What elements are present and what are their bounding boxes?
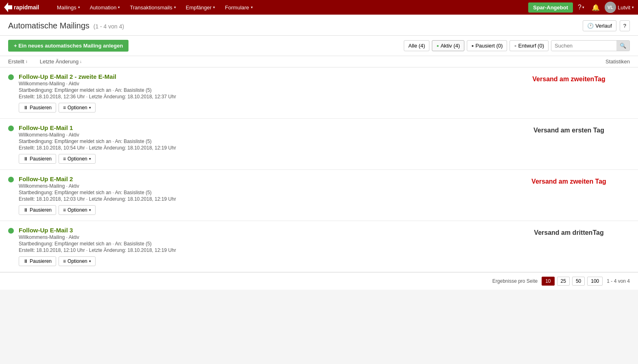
- mailing-campaign: Willkommens-Mailing · Aktiv: [19, 234, 503, 240]
- filter-and-search: Alle (4) ● Aktiv (4) ● Pausiert (0) ● En…: [404, 40, 630, 51]
- nav-item-transaktionsmails[interactable]: Transaktionsmails ▾: [125, 0, 181, 15]
- send-label: Versand am ersten Tag: [533, 127, 604, 134]
- sort-last-changed[interactable]: Letzte Änderung ↓: [40, 58, 82, 65]
- filter-entwurf[interactable]: ● Entwurf (0): [510, 40, 549, 51]
- chevron-down-icon: ▾: [89, 157, 91, 161]
- chevron-down-icon: ▾: [78, 5, 80, 9]
- status-dot: [8, 74, 14, 80]
- dot-gray-icon: ●: [514, 43, 516, 48]
- mailing-campaign: Willkommens-Mailing · Aktiv: [19, 81, 503, 87]
- page-title-wrap: Automatische Mailings (1 - 4 von 4): [8, 21, 124, 30]
- mailing-actions: ⏸ Pausieren ≡ Optionen ▾: [19, 205, 503, 215]
- nav-item-mailings[interactable]: Mailings ▾: [52, 0, 85, 15]
- mailing-title[interactable]: Follow-Up E-Mail 1: [19, 124, 73, 131]
- mailing-content: Follow-Up E-Mail 1 Willkommens-Mailing ·…: [19, 124, 503, 164]
- nav-item-formulare[interactable]: Formulare ▾: [220, 0, 257, 15]
- nav-item-empfaenger[interactable]: Empfänger ▾: [181, 0, 220, 15]
- mailing-dates: Erstellt: 18.10.2018, 12:36 Uhr · Letzte…: [19, 94, 503, 100]
- avatar: VL: [605, 2, 616, 13]
- mailing-title[interactable]: Follow-Up E-Mail 2: [19, 176, 73, 182]
- mailing-campaign: Willkommens-Mailing · Aktiv: [19, 183, 503, 189]
- mailing-start-condition: Startbedingung: Empfänger meldet sich an…: [19, 139, 503, 144]
- spar-angebot-button[interactable]: Spar-Angebot: [528, 2, 573, 13]
- page-help-button[interactable]: ?: [620, 20, 630, 31]
- sort-down-icon: ↓: [80, 59, 82, 64]
- search-button[interactable]: 🔍: [616, 41, 629, 51]
- chevron-down-icon: ▾: [632, 5, 634, 9]
- mailing-right: Versand am zweiten Tag: [508, 176, 630, 185]
- mailing-dates: Erstellt: 18.10.2018, 10:54 Uhr · Letzte…: [19, 145, 503, 151]
- mailing-campaign: Willkommens-Mailing · Aktiv: [19, 132, 503, 138]
- page-title: Automatische Mailings: [8, 21, 89, 30]
- mailing-right: Versand am zweitenTag: [508, 73, 630, 83]
- options-button[interactable]: ≡ Optionen ▾: [59, 256, 96, 266]
- chevron-down-icon: ▾: [89, 106, 91, 110]
- toolbar: + Ein neues automatisches Mailing anlege…: [0, 36, 638, 56]
- options-icon: ≡: [63, 258, 66, 264]
- page-size-25[interactable]: 25: [557, 277, 570, 286]
- chevron-down-icon: ▾: [213, 5, 215, 9]
- verlauf-button[interactable]: 🕐 Verlauf: [583, 20, 616, 31]
- mailing-actions: ⏸ Pausieren ≡ Optionen ▾: [19, 103, 503, 113]
- page-count: (1 - 4 von 4): [94, 23, 124, 30]
- mailing-dates: Erstellt: 18.10.2018, 12:10 Uhr · Letzte…: [19, 247, 503, 253]
- page-size-100[interactable]: 100: [587, 277, 603, 286]
- status-dot: [8, 126, 14, 131]
- mailing-start-condition: Startbedingung: Empfänger meldet sich an…: [19, 190, 503, 195]
- search-icon: 🔍: [620, 43, 626, 49]
- filter-all[interactable]: Alle (4): [404, 40, 429, 51]
- mailing-content: Follow-Up E-Mail 3 Willkommens-Mailing ·…: [19, 227, 503, 266]
- user-menu[interactable]: VL Lutvit ▾: [605, 2, 634, 13]
- nav-right: Spar-Angebot ? ▾ 🔔 VL Lutvit ▾: [528, 2, 634, 13]
- options-button[interactable]: ≡ Optionen ▾: [59, 205, 96, 215]
- footer-count: 1 - 4 von 4: [607, 278, 630, 284]
- mailing-title[interactable]: Follow-Up E-Mail 3: [19, 227, 73, 234]
- sort-statistics: Statistiken: [605, 58, 630, 65]
- options-button[interactable]: ≡ Optionen ▾: [59, 154, 96, 164]
- page-size-50[interactable]: 50: [572, 277, 585, 286]
- options-button[interactable]: ≡ Optionen ▾: [59, 103, 96, 113]
- mailing-item: Follow-Up E-Mail 3 Willkommens-Mailing ·…: [0, 221, 638, 272]
- logo[interactable]: rapidmail: [4, 2, 49, 12]
- results-per-page-label: Ergebnisse pro Seite: [492, 278, 538, 284]
- page-header-actions: 🕐 Verlauf ?: [583, 20, 630, 31]
- search-wrap: 🔍: [551, 40, 630, 51]
- chevron-down-icon: ▾: [118, 5, 120, 9]
- svg-marker-0: [4, 2, 12, 12]
- svg-text:rapidmail: rapidmail: [14, 4, 39, 11]
- pause-icon: ⏸: [23, 207, 28, 213]
- filter-aktiv[interactable]: ● Aktiv (4): [432, 40, 464, 51]
- sort-created[interactable]: Erstellt ↕: [8, 58, 28, 65]
- chevron-down-icon: ▾: [582, 5, 584, 9]
- mailing-right: Versand am drittenTag: [508, 227, 630, 236]
- mailing-dates: Erstellt: 18.10.2018, 12:03 Uhr · Letzte…: [19, 196, 503, 202]
- page-size-10[interactable]: 10: [542, 277, 554, 286]
- top-nav: rapidmail Mailings ▾ Automation ▾ Transa…: [0, 0, 638, 15]
- search-input[interactable]: [551, 41, 616, 51]
- notification-icon-button[interactable]: 🔔: [589, 2, 602, 13]
- help-icon-button[interactable]: ? ▾: [575, 2, 587, 13]
- bell-icon: 🔔: [592, 4, 600, 11]
- sort-up-icon: ↕: [26, 59, 28, 64]
- mailing-item: Follow-Up E-Mail 1 Willkommens-Mailing ·…: [0, 119, 638, 170]
- options-icon: ≡: [63, 156, 66, 162]
- nav-item-automation[interactable]: Automation ▾: [85, 0, 125, 15]
- mailing-right: Versand am ersten Tag: [508, 124, 630, 134]
- pause-button[interactable]: ⏸ Pausieren: [19, 103, 56, 113]
- mailing-list: Follow-Up E-Mail 2 - zweite E-Mail Willk…: [0, 67, 638, 272]
- chevron-down-icon: ▾: [174, 5, 176, 9]
- mailing-start-condition: Startbedingung: Empfänger meldet sich an…: [19, 87, 503, 93]
- filter-pausiert[interactable]: ● Pausiert (0): [467, 40, 507, 51]
- pause-button[interactable]: ⏸ Pausieren: [19, 154, 56, 164]
- pause-button[interactable]: ⏸ Pausieren: [19, 256, 56, 266]
- options-icon: ≡: [63, 207, 66, 213]
- clock-icon: 🕐: [587, 23, 594, 29]
- pause-button[interactable]: ⏸ Pausieren: [19, 205, 56, 215]
- create-mailing-button[interactable]: + Ein neues automatisches Mailing anlege…: [8, 40, 128, 52]
- send-label: Versand am drittenTag: [534, 229, 603, 236]
- dot-black-icon: ●: [471, 43, 474, 48]
- question-circle-icon: ?: [623, 23, 626, 29]
- question-icon: ?: [578, 4, 581, 11]
- chevron-down-icon: ▾: [89, 208, 91, 212]
- mailing-title[interactable]: Follow-Up E-Mail 2 - zweite E-Mail: [19, 73, 116, 80]
